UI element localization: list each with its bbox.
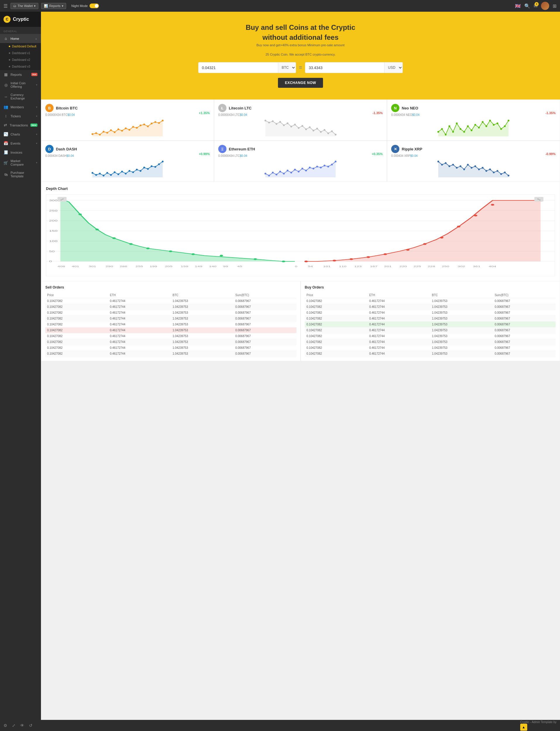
table-row[interactable]: 0.104270820.461727441.042397530.00687967 [45,333,296,339]
svg-point-92 [290,172,292,174]
eye-icon[interactable]: 👁 [20,723,24,728]
table-cell: 0.00687967 [233,310,296,316]
sidebar-item-tickers[interactable]: ⫶ Tickers ▾ [0,111,41,121]
sell-orders-title: Sell Orders [45,285,296,289]
svg-point-46 [449,125,450,127]
sub-item-dashboard-default[interactable]: Dashboard Default [0,43,41,50]
exchange-now-button[interactable]: EXCHANGE NOW [278,78,323,88]
table-row[interactable]: 0.104270820.461727441.042397530.00687967 [305,327,556,333]
table-row[interactable]: 0.104270820.461727441.042397530.00687967 [45,310,296,316]
table-row[interactable]: 0.104270820.461727441.042397530.00687967 [305,304,556,310]
sidebar-item-events[interactable]: 📅 Events ▾ [0,139,41,148]
refresh-icon[interactable]: ↺ [29,723,32,728]
wallet-button[interactable]: 🗂 The Wallet ▾ [11,3,38,9]
table-row[interactable]: 0.104270820.461727441.042397530.00687967 [305,310,556,316]
hero-section: Buy and sell Coins at the Cryptic withou… [41,12,560,99]
table-row[interactable]: 0.104270820.461727441.042397530.00687967 [305,316,556,322]
sub-item-dashboard-v1[interactable]: Dashboard v1 [0,50,41,56]
scroll-top-button[interactable]: ▲ [520,724,527,731]
toggle-switch[interactable] [90,4,99,8]
coin-name: Ripple XRP [402,147,422,151]
table-cell: 1.04239753 [171,304,233,310]
svg-point-48 [456,123,458,124]
svg-text:300: 300 [49,199,58,202]
sidebar-item-members[interactable]: 👥 Members ▾ [0,102,41,111]
table-cell: 0.00687967 [233,298,296,304]
svg-point-57 [489,120,491,121]
search-icon[interactable]: 🔍 [524,3,530,9]
svg-point-88 [276,174,277,176]
table-row[interactable]: 0.104270820.461727441.042397530.00687967 [45,298,296,304]
sidebar-item-charts[interactable]: 📉 Charts ▾ [0,130,41,139]
sub-item-label: Dashboard v3 [12,65,30,68]
table-row[interactable]: 0.104270820.461727441.042397530.00687967 [45,327,296,333]
sidebar-item-label: Invoices [11,151,37,154]
logo-text: Cryptic [13,17,29,22]
currency-from-select[interactable]: BTC ETH LTC [278,62,296,73]
sidebar-item-currency[interactable]: ↔ Currency Exchange [0,91,41,102]
buy-orders-panel: Buy Orders PriceETHBTCSum(BTC)0.10427082… [301,281,560,361]
sidebar-item-purchase[interactable]: 🛍 Purchase Template [0,169,41,180]
coin-icon-neo: N [391,104,399,112]
svg-point-32 [301,125,303,127]
amount-to-input[interactable] [305,63,384,73]
svg-text:401: 401 [72,265,79,268]
grid-icon[interactable]: ⊞ [553,3,556,9]
table-row[interactable]: 0.104270820.461727441.042397530.00687967 [45,322,296,327]
table-row[interactable]: 0.104270820.461727441.042397530.00687967 [305,339,556,345]
table-cell: 0.46172744 [108,333,171,339]
sidebar-item-market[interactable]: 🛒 Market Compare ▾ [0,157,41,169]
sidebar-item-transactions[interactable]: ⇄ Transactions New [0,121,41,130]
svg-point-124 [504,171,506,173]
svg-point-81 [154,166,156,168]
svg-point-72 [121,171,123,172]
sidebar-item-reports[interactable]: ▦ Reports Hot [0,70,41,79]
table-cell: 1.04239753 [171,327,233,333]
table-cell: 0.10427082 [305,310,367,316]
coin-icon-dash: D [45,145,54,153]
svg-text:100: 100 [49,239,58,242]
reports-button[interactable]: 📊 Reports ▾ [41,3,66,9]
sidebar: C Cryptic GENERAL ⌂ Home ▲ Dashboard Def… [0,12,41,731]
coin-change: +0.99% [199,152,210,156]
flag-icon[interactable]: 🇬🇧 [515,3,521,9]
sidebar-item-label: Market Compare [11,159,34,166]
sub-item-dashboard-v2[interactable]: Dashboard v2 [0,56,41,63]
table-row[interactable]: 0.104270820.461727441.042397530.00687967 [45,345,296,351]
sub-item-dashboard-v3[interactable]: Dashboard v3 [0,63,41,70]
hamburger-icon[interactable]: ☰ [4,3,8,9]
sidebar-item-ico[interactable]: ◎ Initial Coin Offering ▾ [0,79,41,91]
table-cell: 0.00687967 [493,310,556,316]
sidebar-item-home[interactable]: ⌂ Home ▲ [0,34,41,43]
table-cell: 0.10427082 [305,333,367,339]
table-row[interactable]: 0.104270820.461727441.042397530.00687967 [305,351,556,357]
svg-point-65 [95,174,97,176]
svg-text:99: 99 [223,265,228,268]
svg-text:123: 123 [354,265,362,268]
equals-sign: = [299,65,302,71]
table-cell: 0.10427082 [45,298,108,304]
sidebar-item-label: Members [11,105,34,109]
purchase-icon: 🛍 [4,172,8,177]
svg-point-30 [294,124,296,126]
table-row[interactable]: 0.104270820.461727441.042397530.00687967 [305,345,556,351]
expand-icon[interactable]: ⤢ [12,723,16,728]
avatar[interactable] [541,2,549,10]
table-row[interactable]: 0.104270820.461727441.042397530.00687967 [45,351,296,357]
night-mode-toggle[interactable]: Night Mode [71,4,99,8]
svg-point-31 [298,127,300,129]
notification-icon[interactable]: ✉ 3 [534,3,537,9]
table-cell: 1.04239753 [171,310,233,316]
currency-to-select[interactable]: USD EUR GBP [384,62,403,73]
table-row[interactable]: 0.104270820.461727441.042397530.00687967 [305,322,556,327]
amount-from-input[interactable] [198,63,278,73]
table-row[interactable]: 0.104270820.461727441.042397530.00687967 [305,298,556,304]
table-row[interactable]: 0.104270820.461727441.042397530.00687967 [45,339,296,345]
sidebar-item-invoices[interactable]: 🧾 Invoices [0,148,41,157]
settings-icon[interactable]: ⚙ [4,723,7,728]
svg-point-67 [103,175,104,176]
table-row[interactable]: 0.104270820.461727441.042397530.00687967 [45,304,296,310]
table-row[interactable]: 0.104270820.461727441.042397530.00687967 [305,333,556,339]
svg-point-8 [117,128,119,130]
table-row[interactable]: 0.104270820.461727441.042397530.00687967 [45,316,296,322]
